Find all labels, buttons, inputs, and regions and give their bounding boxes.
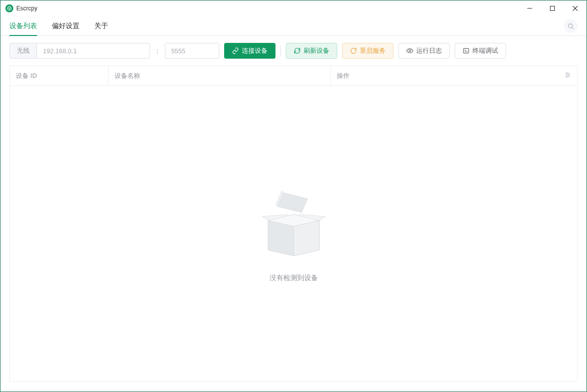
- restart-button-label: 重启服务: [360, 46, 386, 55]
- svg-point-13: [566, 72, 567, 73]
- svg-line-6: [572, 27, 574, 29]
- svg-point-14: [568, 74, 569, 75]
- empty-state-text: 没有检测到设备: [270, 274, 318, 283]
- table-body-empty: 没有检测到设备: [10, 86, 577, 381]
- refresh-button-label: 刷新设备: [304, 46, 329, 55]
- svg-point-7: [409, 50, 411, 52]
- svg-rect-2: [550, 6, 555, 11]
- terminal-icon: [463, 47, 470, 54]
- column-settings-button[interactable]: [564, 71, 571, 80]
- toolbar-divider: [280, 45, 281, 56]
- tab-devices[interactable]: 设备列表: [9, 16, 37, 36]
- terminal-button[interactable]: 终端调试: [455, 43, 506, 59]
- maximize-button[interactable]: [541, 0, 564, 16]
- ip-input[interactable]: [37, 43, 150, 59]
- log-button[interactable]: 运行日志: [398, 43, 450, 59]
- titlebar-left: Escrcpy: [5, 4, 38, 12]
- device-table: 设备 ID 设备名称 操作 没有检测到设备: [9, 66, 578, 382]
- maximize-icon: [550, 6, 555, 11]
- restart-icon: [350, 47, 357, 54]
- column-header-actions: 操作: [331, 66, 577, 85]
- ip-input-group: 无线: [9, 43, 150, 59]
- svg-point-15: [566, 76, 567, 77]
- table-header: 设备 ID 设备名称 操作: [10, 66, 577, 86]
- refresh-button[interactable]: 刷新设备: [286, 43, 337, 59]
- column-header-name: 设备名称: [109, 66, 331, 85]
- app-icon: [5, 4, 13, 12]
- titlebar: Escrcpy: [0, 0, 587, 16]
- minimize-button[interactable]: [518, 0, 541, 16]
- column-header-id: 设备 ID: [10, 66, 109, 85]
- svg-marker-20: [294, 220, 319, 256]
- app-title: Escrcpy: [16, 5, 38, 12]
- window-controls: [518, 0, 587, 16]
- close-button[interactable]: [564, 0, 587, 16]
- restart-button[interactable]: 重启服务: [342, 43, 393, 59]
- tab-about[interactable]: 关于: [94, 16, 108, 36]
- link-icon: [232, 47, 239, 54]
- connect-button[interactable]: 连接设备: [224, 43, 275, 59]
- svg-point-5: [568, 24, 572, 28]
- empty-box-icon: [254, 185, 333, 264]
- log-button-label: 运行日志: [416, 46, 442, 55]
- tab-preferences[interactable]: 偏好设置: [52, 16, 79, 36]
- search-icon: [567, 23, 574, 30]
- refresh-icon: [294, 47, 301, 54]
- tabs-right: [564, 19, 578, 33]
- main-tabs: 设备列表 偏好设置 关于: [0, 16, 587, 36]
- ip-port-colon: :: [155, 47, 160, 55]
- port-input[interactable]: [165, 43, 219, 59]
- close-icon: [573, 6, 578, 11]
- toolbar: 无线 : 连接设备 刷新设备 重启服务 运行日志 终端调试: [0, 36, 587, 66]
- mode-label: 无线: [9, 43, 37, 59]
- terminal-button-label: 终端调试: [472, 46, 498, 55]
- svg-point-0: [9, 8, 10, 9]
- search-button[interactable]: [564, 19, 578, 33]
- eye-icon: [406, 47, 413, 54]
- column-header-actions-label: 操作: [337, 71, 350, 80]
- sliders-icon: [564, 71, 571, 78]
- minimize-icon: [527, 6, 532, 11]
- svg-marker-19: [268, 220, 294, 256]
- connect-button-label: 连接设备: [242, 46, 268, 55]
